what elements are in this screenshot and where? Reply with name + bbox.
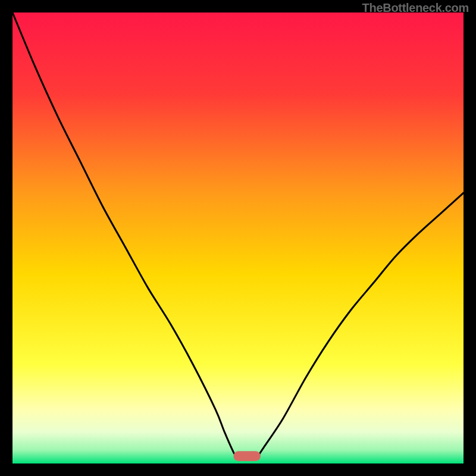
chart-svg (12, 12, 464, 464)
optimal-marker (233, 451, 260, 461)
plot-area (12, 12, 464, 464)
chart-container: TheBottleneck.com (0, 0, 476, 476)
gradient-background (12, 12, 464, 464)
